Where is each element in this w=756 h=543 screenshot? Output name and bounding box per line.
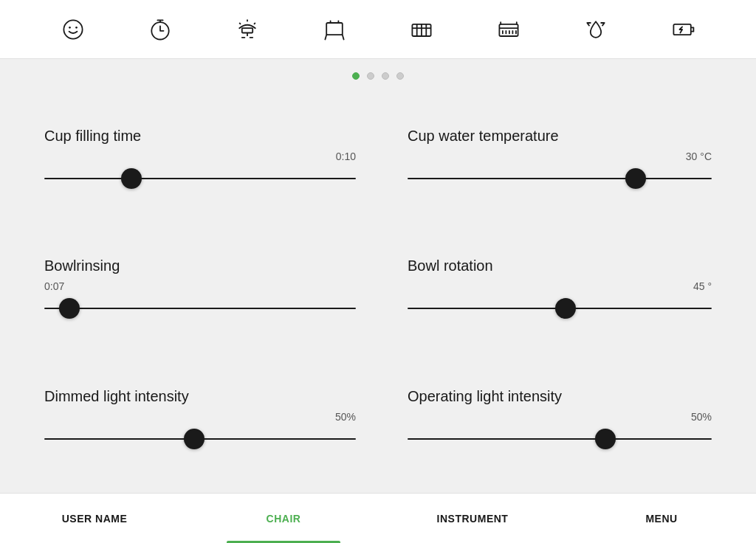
slider-thumb-bowl-rotation[interactable] xyxy=(555,298,576,319)
slider-label-dimmed-light-intensity: Dimmed light intensity xyxy=(44,388,356,405)
slider-dimmed-light-intensity: Dimmed light intensity 50% xyxy=(37,355,378,485)
slider-thumb-cup-water-temperature[interactable] xyxy=(625,168,646,189)
slider-track-dimmed-light-intensity[interactable] xyxy=(44,426,356,452)
svg-point-1 xyxy=(69,26,71,28)
slider-operating-light-intensity: Operating light intensity 50% xyxy=(378,355,719,485)
slider-cup-filling-time: Cup filling time 0:10 xyxy=(37,94,378,225)
pagination-dot-1[interactable] xyxy=(352,72,360,80)
slider-bowlrinsing: Bowlrinsing 0:07 xyxy=(37,225,378,356)
slider-label-bowlrinsing: Bowlrinsing xyxy=(44,257,356,274)
sliders-grid: Cup filling time 0:10 Cup water temperat… xyxy=(37,87,719,493)
slider-thumb-cup-filling-time[interactable] xyxy=(121,168,142,189)
slider-thumb-dimmed-light-intensity[interactable] xyxy=(184,429,205,449)
slider-thumb-bowlrinsing[interactable] xyxy=(59,298,80,319)
slider-label-cup-water-temperature: Cup water temperature xyxy=(408,128,712,145)
svg-line-6 xyxy=(254,23,255,24)
nav-instrument[interactable]: INSTRUMENT xyxy=(378,494,567,543)
water-wash-icon[interactable] xyxy=(492,13,525,46)
nav-user-name-label: USER NAME xyxy=(62,513,128,525)
slider-value-bowlrinsing: 0:07 xyxy=(44,280,356,292)
nav-chair-label: CHAIR xyxy=(267,513,301,525)
slider-value-cup-filling-time: 0:10 xyxy=(44,151,356,162)
slider-value-dimmed-light-intensity: 50% xyxy=(44,411,356,423)
light-bar-icon[interactable] xyxy=(231,13,264,46)
slider-cup-water-temperature: Cup water temperature 30 °C xyxy=(378,94,719,225)
slider-value-bowl-rotation: 45 ° xyxy=(408,280,712,292)
bottom-nav: USER NAME CHAIR INSTRUMENT MENU xyxy=(0,493,756,543)
main-content: Cup filling time 0:10 Cup water temperat… xyxy=(0,59,756,493)
top-bar xyxy=(0,0,756,59)
nav-chair[interactable]: CHAIR xyxy=(189,494,378,543)
nav-menu-label: MENU xyxy=(645,513,677,525)
slider-track-cup-water-temperature[interactable] xyxy=(408,165,712,192)
pagination-dot-3[interactable] xyxy=(382,72,389,80)
svg-rect-11 xyxy=(326,23,343,35)
slider-bowl-rotation: Bowl rotation 45 ° xyxy=(378,225,719,356)
slider-track-bowlrinsing[interactable] xyxy=(44,295,356,322)
slider-track-bowl-rotation[interactable] xyxy=(408,295,712,322)
pagination xyxy=(37,59,719,87)
face-icon[interactable] xyxy=(57,13,89,46)
svg-rect-17 xyxy=(499,24,518,35)
nav-menu[interactable]: MENU xyxy=(567,494,756,543)
svg-point-0 xyxy=(63,20,82,38)
slider-track-cup-filling-time[interactable] xyxy=(44,165,356,192)
slider-value-cup-water-temperature: 30 °C xyxy=(408,151,712,162)
svg-line-5 xyxy=(239,23,241,24)
chair-position-icon[interactable] xyxy=(318,13,351,46)
timer-icon[interactable] xyxy=(144,13,176,46)
slider-label-operating-light-intensity: Operating light intensity xyxy=(408,388,712,405)
pagination-dot-2[interactable] xyxy=(367,72,374,80)
slider-value-operating-light-intensity: 50% xyxy=(408,411,712,423)
svg-rect-7 xyxy=(242,28,252,32)
slider-track-operating-light-intensity[interactable] xyxy=(408,426,712,452)
slider-label-bowl-rotation: Bowl rotation xyxy=(408,257,712,274)
nav-instrument-label: INSTRUMENT xyxy=(437,513,509,525)
instrument-tray-icon[interactable] xyxy=(405,13,438,46)
nav-user-name[interactable]: USER NAME xyxy=(0,494,189,543)
slider-label-cup-filling-time: Cup filling time xyxy=(44,128,356,145)
svg-point-2 xyxy=(75,26,78,28)
slider-thumb-operating-light-intensity[interactable] xyxy=(595,429,616,449)
pagination-dot-4[interactable] xyxy=(396,72,404,80)
battery-icon[interactable] xyxy=(667,13,699,46)
droplets-icon[interactable] xyxy=(580,13,612,46)
